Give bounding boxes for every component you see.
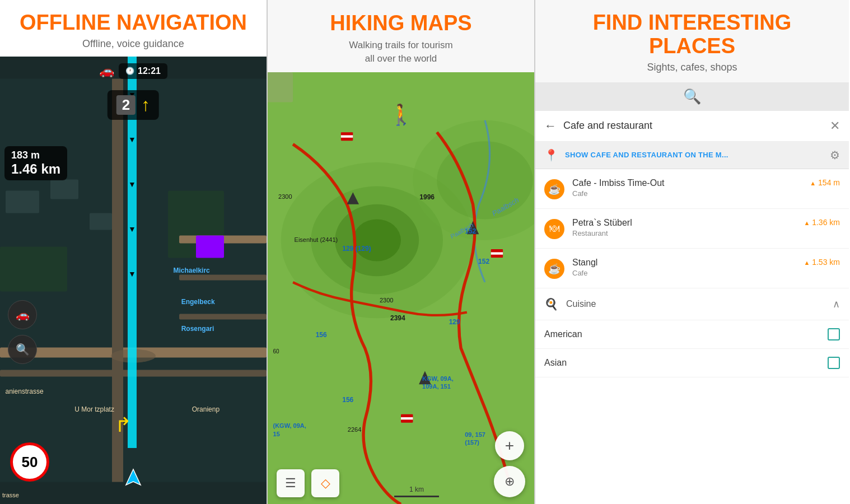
place-item-petras[interactable]: 🍽 Petra`s Stüberl Restaurant ▲ 1.36 km: [535, 209, 849, 249]
hike-title: HIKING MAPS: [277, 11, 525, 35]
distance-arrow-icon: ▲: [810, 180, 816, 186]
svg-rect-7: [179, 314, 267, 319]
restaurant-icon: 🍽: [549, 223, 559, 235]
hike-header: HIKING MAPS Walking trails for tourism a…: [268, 0, 534, 72]
map-label-michaelkirc: Michaelkirc: [173, 267, 209, 274]
map-num-156a: 156: [316, 331, 327, 339]
map-label-engelbeck: Engelbeck: [181, 298, 215, 306]
stangl-type: Cafe: [572, 269, 804, 277]
hike-subtitle: Walking trails for tourism all over the …: [277, 39, 525, 66]
nav-map: ▼ ▼ ▼ ▼ ▼ ↱ 🚗 🕐 12:21 2 ↑ 183 m 1.46 km: [0, 57, 267, 504]
speed-limit-sign: 50: [10, 442, 49, 482]
places-subtitle: Sights, cafes, shops: [544, 62, 840, 73]
stangl-icon-wrap: ☕: [544, 259, 564, 279]
map-num-2394: 2394: [390, 314, 405, 322]
category-bar: ← Cafe and restaurant ✕: [535, 111, 849, 142]
svg-rect-27: [491, 252, 503, 254]
petras-icon-wrap: 🍽: [544, 219, 564, 239]
cuisine-icon: 🍳: [544, 297, 558, 311]
svg-rect-29: [401, 417, 413, 419]
hike-bottom-controls: ☰ ◇ 1 km + ⊕: [268, 424, 534, 504]
hike-menu-button[interactable]: ☰: [277, 469, 305, 497]
cuisine-item-asian[interactable]: Asian: [535, 349, 849, 377]
show-map-bar[interactable]: 📍 SHOW CAFE AND RESTAURANT ON THE M... ⚙: [535, 142, 849, 169]
svg-rect-1: [0, 246, 67, 291]
close-button[interactable]: ✕: [830, 119, 840, 133]
nav-search-button[interactable]: 🔍: [8, 335, 37, 364]
petras-name: Petra`s Stüberl: [572, 218, 804, 228]
scale-text: 1 km: [394, 486, 439, 493]
svg-rect-8: [6, 190, 39, 213]
hike-compass-button[interactable]: ⊕: [494, 466, 525, 497]
turn-number: 2: [116, 95, 136, 115]
stangl-cafe-icon: ☕: [548, 263, 561, 275]
cafe-imbiss-info: Cafe - Imbiss Time-Out Cafe: [572, 178, 810, 198]
map-label-oraniep: Oranienp: [192, 405, 219, 413]
hiker-icon: 🚶: [389, 103, 414, 127]
svg-point-19: [353, 219, 401, 261]
back-button[interactable]: ←: [544, 119, 557, 133]
turn-indicator: 2 ↑: [108, 90, 159, 120]
show-map-text: SHOW CAFE AND RESTAURANT ON THE M...: [565, 151, 823, 159]
map-label-umorzplatz: U Mor tzplatz: [74, 405, 114, 413]
speed-limit-number: 50: [22, 454, 38, 471]
cuisine-label: Cuisine: [566, 299, 596, 309]
svg-rect-25: [341, 135, 353, 137]
distance-meters: 183 m: [11, 150, 60, 161]
clock-icon: 🕐: [125, 67, 134, 75]
petras-distance: ▲ 1.36 km: [804, 218, 840, 227]
hike-map: Paalbsch 🚶 1996 129 (129) 152 152: [268, 72, 534, 504]
cafe-imbiss-icon-wrap: ☕: [544, 179, 564, 199]
svg-marker-14: [126, 469, 141, 485]
svg-rect-9: [50, 179, 78, 199]
asian-checkbox[interactable]: [828, 357, 840, 369]
places-header: FIND INTERESTING PLACES Sights, cafes, s…: [535, 0, 849, 82]
american-label: American: [544, 329, 828, 339]
search-icon: 🔍: [683, 88, 701, 105]
distance-km: 1.46 km: [11, 161, 60, 177]
nav-header: OFFLINE NAVIGATION Offline, voice guidan…: [0, 0, 267, 57]
distance-arrow-icon2: ▲: [804, 220, 810, 226]
hike-navigate-button[interactable]: ◇: [311, 469, 339, 497]
cafe-imbiss-name: Cafe - Imbiss Time-Out: [572, 178, 810, 188]
map-num-1996: 1996: [419, 193, 435, 201]
scale-bar: [394, 496, 439, 497]
nav-action-buttons: 🚗 🔍: [8, 300, 37, 364]
hiking-maps-panel: HIKING MAPS Walking trails for tourism a…: [267, 0, 535, 504]
places-search-bar[interactable]: 🔍: [535, 82, 849, 111]
places-panel: FIND INTERESTING PLACES Sights, cafes, s…: [535, 0, 849, 504]
cafe-imbiss-type: Cafe: [572, 189, 810, 198]
place-item-cafe-imbiss[interactable]: ☕ Cafe - Imbiss Time-Out Cafe ▲ 154 m: [535, 169, 849, 209]
nav-subtitle: Offline, voice guidance: [9, 38, 258, 50]
cuisine-section: 🍳 Cuisine ∧: [535, 288, 849, 320]
location-pin-icon: 📍: [544, 148, 558, 162]
nav-car-button[interactable]: 🚗: [8, 300, 37, 329]
map-num-2300a: 2300: [278, 193, 292, 200]
filter-icon[interactable]: ⚙: [830, 148, 840, 162]
turn-arrow-icon: ↑: [141, 95, 150, 115]
map-num-kgw: KGW, 09A,109A, 151: [422, 375, 454, 391]
search-icon: 🔍: [16, 343, 30, 356]
map-label-anienstrasse: anienstrasse: [6, 388, 44, 395]
car-mode-icon: 🚗: [16, 308, 30, 321]
map-label-rosengari: Rosengari: [181, 325, 214, 333]
svg-rect-10: [90, 213, 112, 230]
map-num-eisenhut: Eisenhut (2441): [295, 236, 338, 243]
map-num-152b: 152: [478, 258, 489, 265]
cafe-imbiss-distance: ▲ 154 m: [810, 178, 840, 187]
cuisine-header[interactable]: 🍳 Cuisine ∧: [544, 297, 840, 311]
map-label-trasse: trasse: [2, 492, 19, 498]
nav-time: 12:21: [138, 66, 161, 76]
nav-title: OFFLINE NAVIGATION: [9, 11, 258, 35]
places-title: FIND INTERESTING PLACES: [544, 11, 840, 58]
svg-rect-23: [268, 72, 293, 102]
cuisine-item-american[interactable]: American: [535, 320, 849, 349]
category-title: Cafe and restaurant: [563, 120, 830, 132]
place-item-stangl[interactable]: ☕ Stangl Cafe ▲ 1.53 km: [535, 249, 849, 288]
hike-add-button[interactable]: +: [495, 431, 524, 460]
svg-rect-6: [179, 274, 267, 280]
stangl-distance: ▲ 1.53 km: [804, 258, 840, 267]
nav-top-bar: 🚗 🕐 12:21: [99, 63, 167, 79]
offline-navigation-panel: OFFLINE NAVIGATION Offline, voice guidan…: [0, 0, 267, 504]
american-checkbox[interactable]: [828, 328, 840, 340]
